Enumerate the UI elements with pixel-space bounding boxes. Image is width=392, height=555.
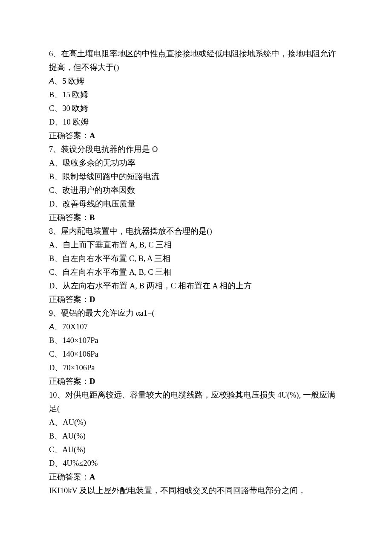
q7-answer: 正确答案：B — [49, 211, 343, 224]
q9-answer-label: 正确答案： — [49, 377, 89, 386]
q8-stem: 8、屋内配电装置中，电抗器摆放不合理的是() — [49, 224, 343, 238]
q6-stem: 6、在高土壤电阻率地区的中性点直接接地或经低电阻接地系统中，接地电阻允许提高，但… — [49, 47, 343, 74]
q8-option-d: D、从左向右水平布置 A, B 两相，C 相布置在 A 相的上方 — [49, 279, 343, 293]
q10-answer-label: 正确答案： — [49, 473, 89, 481]
q9-option-c: C、140×106Pa — [49, 347, 343, 361]
q6-answer-value: A — [89, 131, 95, 140]
q6-answer: 正确答案：A — [49, 129, 343, 142]
q6-a-text: 、5 欧姆 — [54, 77, 84, 85]
q10-option-d: D、4U%≤20% — [49, 456, 343, 470]
q10-option-c: C、AU(%) — [49, 443, 343, 456]
q10-option-b: B、AU(%) — [49, 429, 343, 443]
q10-answer-value: A — [89, 473, 95, 481]
q7-answer-value: B — [89, 213, 95, 222]
q10-stem: 10、对供电距离较远、容量较大的电缆线路，应校验其电压损失 4U(%), 一般应… — [49, 388, 343, 416]
q9-option-d: D、70×106Pa — [49, 361, 343, 375]
q8-option-c: C、自左向右水平布置 A, B, C 三相 — [49, 265, 343, 279]
q8-option-a: A、自上而下垂直布置 A, B, C 三相 — [49, 238, 343, 252]
q8-answer: 正确答案：D — [49, 293, 343, 306]
q7-option-a: A、吸收多余的无功功率 — [49, 156, 343, 170]
q10-answer: 正确答案：A — [49, 470, 343, 484]
document-page: 6、在高土壤电阻率地区的中性点直接接地或经低电阻接地系统中，接地电阻允许提高，但… — [0, 0, 392, 523]
q6-option-b: B、15 欧姆 — [49, 88, 343, 102]
q10-option-a: A、AU(%) — [49, 416, 343, 429]
q9-answer-value: D — [89, 377, 95, 386]
q6-option-c: C、30 欧姆 — [49, 102, 343, 115]
q6-a-prefix: A — [49, 76, 54, 85]
q9-answer: 正确答案：D — [49, 375, 343, 388]
q6-option-a: A、5 欧姆 — [49, 74, 343, 88]
q6-answer-label: 正确答案： — [49, 131, 89, 140]
q9-option-a: A、70X107 — [49, 320, 343, 334]
q7-option-d: D、改善母线的电压质量 — [49, 197, 343, 211]
q6-option-d: D、10 欧姆 — [49, 115, 343, 129]
q7-answer-label: 正确答案： — [49, 213, 89, 222]
q7-option-c: C、改进用户的功率因数 — [49, 183, 343, 197]
q8-option-b: B、自左向右水平布置 C, B, A 三相 — [49, 252, 343, 265]
q9-option-b: B、140×107Pa — [49, 334, 343, 347]
q9-a-text: 、70X107 — [54, 323, 88, 331]
q9-stem: 9、硬铝的最大允许应力 αa1=( — [49, 306, 343, 320]
tail-line: IKI10kV 及以上屋外配电装置，不同相或交叉的不同回路带电部分之间， — [49, 484, 343, 497]
q7-option-b: B、限制母线回路中的短路电流 — [49, 170, 343, 183]
q7-stem: 7、装设分段电抗器的作用是 O — [49, 142, 343, 156]
q8-answer-value: D — [89, 295, 95, 304]
q9-a-prefix: A — [49, 322, 54, 331]
q8-answer-label: 正确答案： — [49, 295, 89, 304]
